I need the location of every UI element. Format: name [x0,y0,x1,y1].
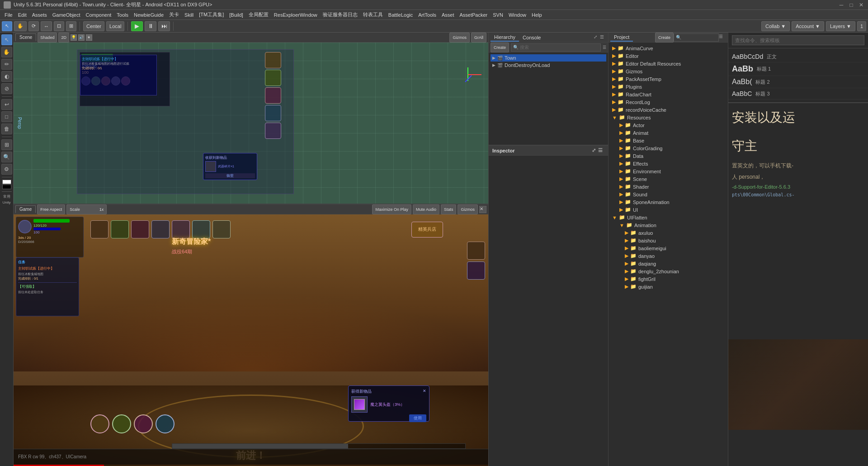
scene-tab[interactable]: Scene [15,33,36,41]
project-folder-animation[interactable]: ▼ 📁 Animation [609,221,728,229]
project-folder-packasset[interactable]: ▶ 📁 PackAssetTemp [609,75,728,83]
project-folder-animacurve[interactable]: ▶ 📁 AnimaCurve [609,44,728,52]
project-folder-recordvoice[interactable]: ▶ 📁 recordVoiceCache [609,106,728,114]
move-icon[interactable]: ✋ [1,47,12,57]
menu-globalconfig[interactable]: 全局配置 [246,10,271,19]
maximize-button[interactable]: □ [848,2,854,8]
menu-tools[interactable]: Tools [114,11,131,19]
project-folder-actor[interactable]: ▶ 📁 Actor [609,121,728,129]
hierarchy-options-btn[interactable]: ☰ [603,45,606,50]
rect-icon[interactable]: □ [1,111,12,122]
select-tool-button[interactable]: ↖ [2,21,12,31]
undo-icon[interactable]: ↩ [1,99,12,110]
project-folder-axuluo[interactable]: ▶ 📁 axuluo [609,229,728,237]
project-folder-scene[interactable]: ▶ 📁 Scene [609,175,728,183]
project-folder-guijian[interactable]: ▶ 📁 guijian [609,283,728,290]
project-folder-radarchart[interactable]: ▶ 📁 RadarChart [609,90,728,98]
project-folder-baishou[interactable]: ▶ 📁 baishou [609,237,728,244]
move-tool-button[interactable]: ✋ [14,21,27,31]
menu-gameobject[interactable]: GameObject [50,11,83,19]
menu-skill[interactable]: Skill [182,11,196,19]
game-tab[interactable]: Game [15,205,36,213]
project-folder-shader[interactable]: ▶ 📁 Shader [609,183,728,190]
play-button[interactable]: ▶ [131,21,143,31]
menu-battlelogic[interactable]: BattleLogic [386,11,415,19]
menu-file[interactable]: File [2,11,15,19]
close-button[interactable]: ✕ [858,2,864,8]
scale-tool-button[interactable]: ↔ [41,21,52,31]
gizmos-button[interactable]: Gizmos [449,33,470,43]
scene-fx-toggle[interactable]: ★ [86,34,92,41]
project-folder-gizmos[interactable]: ▶ 📁 Gizmos [609,67,728,75]
far-right-link-text[interactable]: -d-Support-for-Editor-5.6.3 [728,183,868,191]
layout-number[interactable]: 1 [857,21,866,31]
lasso-icon[interactable]: ⊘ [1,83,12,94]
project-folder-animat[interactable]: ▶ 📁 Animat [609,129,728,137]
minimize-button[interactable]: ─ [838,2,844,8]
rotate-tool-button[interactable]: ⟳ [28,21,39,31]
project-folder-editor[interactable]: ▶ 📁 Editor [609,52,728,60]
project-folder-colorgrading[interactable]: ▶ 📁 ColorGrading [609,144,728,152]
scene-audio-toggle[interactable]: 🔊 [78,34,85,41]
menu-assetpacker[interactable]: AssetPacker [457,11,491,19]
settings-icon[interactable]: ⚙ [1,164,12,175]
menu-svn[interactable]: SVN [490,11,506,19]
project-create-btn[interactable]: Create [655,33,674,43]
mute-audio-btn[interactable]: Mute Audio [413,204,439,214]
project-folder-plugins[interactable]: ▶ 📁 Plugins [609,83,728,90]
project-folder-recordlog[interactable]: ▶ 📁 RecordLog [609,98,728,106]
menu-assets[interactable]: Assets [29,11,50,19]
collab-button[interactable]: Collab ▼ [761,21,790,31]
use-button[interactable]: 使用 [409,414,426,422]
menu-window[interactable]: Window [506,11,529,19]
layers-button[interactable]: Layers ▼ [826,21,855,31]
menu-convert[interactable]: 转表工具 [360,10,386,19]
select-icon[interactable]: ↖ [1,34,12,45]
center-button[interactable]: Center [83,21,104,31]
rect-tool-button[interactable]: ⊡ [54,21,64,31]
foreground-color[interactable] [2,180,11,184]
menu-component[interactable]: Component [83,11,114,19]
project-folder-ui[interactable]: ▶ 📁 UI [609,206,728,214]
scale-btn[interactable]: Scale 1x [66,204,107,214]
transform-tool-button[interactable]: ⊞ [66,21,76,31]
brush-icon[interactable]: ✏ [1,59,12,70]
menu-newbieguide[interactable]: NewbieGuide [131,11,166,19]
background-color[interactable] [2,185,11,189]
menu-asset[interactable]: Asset [439,11,457,19]
project-folder-sponeanimation[interactable]: ▶ 📁 SponeAnimation [609,198,728,206]
menu-arttools[interactable]: ArtTools [415,11,439,19]
popup-close[interactable]: ✕ [423,389,426,395]
local-button[interactable]: Local [106,21,124,31]
menu-tm[interactable]: [TM工具集] [196,10,226,19]
project-view-btn[interactable]: ☰ [719,34,726,41]
menu-resexplorer[interactable]: ResExploerWindow [271,11,320,19]
confirm-btn[interactable]: 御里 [205,173,255,178]
menu-help[interactable]: Help [529,11,545,19]
menu-build[interactable]: [Build] [226,11,246,19]
menu-verify[interactable]: 验证服务器日志 [320,10,360,19]
far-right-search-input[interactable] [732,35,864,45]
project-folder-resources[interactable]: ▼ 📁 Resources [609,114,728,121]
console-tab[interactable]: Console [519,34,544,41]
shop-button[interactable]: 精英兵店 [411,222,443,238]
project-folder-base[interactable]: ▶ 📁 Base [609,137,728,144]
project-folder-denglu[interactable]: ▶ 📁 denglu_2zhounian [609,267,728,275]
hierarchy-create-btn[interactable]: Create [491,43,509,52]
search-icon[interactable]: 🔍 [1,152,12,162]
project-folder-baoliemeigui[interactable]: ▶ 📁 baoliemeigui [609,244,728,252]
game-viewport[interactable]: 120/120 100 3ds / 20 D/20S666 [14,214,488,466]
trash-icon[interactable]: 🗑 [1,124,12,134]
game-scrollbar[interactable] [172,443,466,449]
stats-btn[interactable]: Stats [441,204,457,214]
project-folder-fightgril[interactable]: ▶ 📁 fightGril [609,275,728,283]
shading-dropdown[interactable]: Shaded [38,33,57,43]
maximize-on-play-btn[interactable]: Maximize On Play [372,204,411,214]
project-folder-sound[interactable]: ▶ 📁 Sound [609,190,728,198]
inspector-menu-btn[interactable]: ☰ [598,147,604,154]
hierarchy-tab[interactable]: Hierarchy [491,33,519,42]
project-folder-environment[interactable]: ▶ 📁 Environment [609,167,728,175]
project-folder-edr[interactable]: ▶ 📁 Editor Default Resources [609,60,728,67]
hierarchy-menu-btn[interactable]: ☰ [600,34,606,41]
project-tab[interactable]: Project [610,33,633,42]
